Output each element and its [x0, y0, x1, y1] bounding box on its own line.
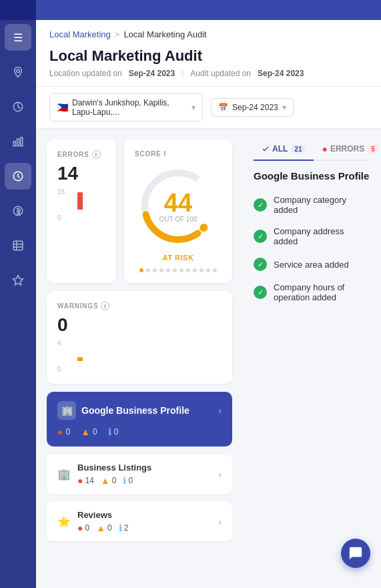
errors-info-icon[interactable]: i: [92, 150, 101, 159]
errors-bar-area: [77, 191, 105, 210]
toolbar: 🇵🇭 Darwin's Junkshop, Kapilis, Lapu-Lapu…: [36, 87, 381, 129]
location-chevron-icon: ▾: [192, 103, 196, 112]
tab-all[interactable]: ALL 21: [254, 138, 314, 161]
main-content: Local Marketing > Local Marketing Audit …: [36, 0, 381, 588]
errors-bar: [77, 192, 83, 210]
rev-error-icon: ●: [77, 523, 83, 533]
dot-5: [166, 268, 170, 272]
bl-info-count: 0: [128, 476, 133, 485]
location-update-date: Sep-24 2023: [129, 69, 175, 78]
location-select[interactable]: 🇵🇭 Darwin's Junkshop, Kapilis, Lapu-Lapu…: [49, 93, 203, 121]
tab-errors-label: ERRORS: [330, 144, 364, 154]
warnings-card: WARNINGS i 0 4 0: [47, 291, 232, 384]
rev-info-count: 2: [124, 523, 129, 533]
selected-date: Sep-24 2023: [232, 103, 278, 112]
check-icon-1: ✓: [254, 198, 267, 212]
business-listings-stats: ● 14 ▲ 0 ℹ 0: [77, 475, 151, 486]
business-listings-title: Business Listings: [77, 463, 151, 473]
business-listings-item[interactable]: 🏢 Business Listings ● 14 ▲ 0: [47, 455, 232, 494]
rev-error-stat: ● 0: [77, 523, 89, 533]
dot-4: [159, 268, 163, 272]
tabs: ALL 21 ● ERRORS 5 ▲: [254, 138, 370, 161]
gbp-title-row: 🏢 Google Business Profile: [57, 401, 189, 420]
sidebar: ☰: [0, 0, 36, 588]
gbp-stat-error: ● 0: [57, 426, 70, 437]
svg-rect-4: [21, 137, 23, 146]
rev-error-count: 0: [85, 523, 89, 533]
warnings-value: 0: [57, 314, 222, 336]
errors-mini-chart: 16 0: [57, 188, 105, 222]
tab-errors-icon: ●: [322, 143, 327, 154]
gbp-title: Google Business Profile: [81, 405, 189, 416]
reviews-left: ⭐ Reviews ● 0 ▲ 0: [57, 510, 128, 533]
bl-warning-stat: ▲ 0: [101, 475, 117, 486]
check-label-2: Company address added: [274, 226, 370, 246]
errors-card: ERRORS i 14 16 0: [47, 139, 116, 283]
business-listings-icon: 🏢: [57, 468, 71, 481]
bl-error-icon: ●: [77, 475, 83, 486]
sidebar-icon-star[interactable]: [5, 267, 31, 294]
score-info-icon[interactable]: i: [164, 150, 167, 158]
gbp-icon: 🏢: [57, 401, 76, 420]
dot-2: [146, 268, 150, 272]
check-items-list: ✓ Company category added ✓ Company addre…: [254, 190, 370, 308]
page-meta: Location updated on Sep-24 2023 | Audit …: [49, 69, 368, 78]
rev-info-icon: ℹ: [119, 523, 122, 533]
reviews-item[interactable]: ⭐ Reviews ● 0 ▲ 0: [47, 502, 232, 541]
dot-3: [153, 268, 157, 272]
check-label-1: Company category added: [274, 195, 370, 215]
reviews-title: Reviews: [77, 510, 128, 520]
score-dots: [139, 268, 217, 272]
at-risk-badge: AT RISK: [163, 254, 194, 262]
rev-warning-icon: ▲: [96, 523, 105, 533]
check-label-4: Company hours of operation added: [274, 282, 370, 302]
sidebar-icon-dollar[interactable]: [5, 198, 31, 224]
sidebar-icon-menu[interactable]: ☰: [5, 24, 31, 51]
gbp-card[interactable]: 🏢 Google Business Profile › ● 0 ▲ 0: [47, 392, 232, 447]
location-update-label: Location updated on: [49, 69, 122, 78]
gauge-center: 44 OUT OF 100: [159, 190, 197, 223]
check-label-3: Service area added: [274, 260, 349, 270]
business-listings-left: 🏢 Business Listings ● 14 ▲ 0: [57, 463, 151, 486]
check-icon-2: ✓: [254, 230, 267, 243]
bl-error-stat: ● 14: [77, 475, 94, 486]
top-bar: [36, 0, 381, 20]
errors-value: 14: [57, 163, 105, 184]
dot-1: [139, 268, 143, 272]
business-listings-content: Business Listings ● 14 ▲ 0 ℹ: [77, 463, 151, 486]
sidebar-icon-location[interactable]: [5, 59, 31, 85]
dot-6: [173, 268, 177, 272]
breadcrumb-current: Local Marketing Audit: [123, 29, 206, 39]
sidebar-top-bar: [0, 0, 36, 20]
warnings-label: WARNINGS i: [57, 302, 222, 310]
check-item-1: ✓ Company category added: [254, 190, 370, 221]
bl-info-icon: ℹ: [123, 475, 126, 486]
location-name: Darwin's Junkshop, Kapilis, Lapu-Lapu,..…: [72, 98, 185, 117]
meta-separator: |: [181, 69, 183, 78]
check-item-3: ✓ Service area added: [254, 252, 370, 277]
date-select[interactable]: 📅 Sep-24 2023 ▾: [211, 98, 294, 117]
rev-chevron-icon: ›: [218, 517, 222, 527]
sidebar-icon-table[interactable]: [5, 232, 31, 259]
bl-error-count: 14: [85, 476, 93, 485]
warnings-info-icon[interactable]: i: [101, 302, 109, 310]
chat-button[interactable]: [341, 539, 370, 568]
check-icon-3: ✓: [254, 258, 267, 271]
score-label: SCORE i: [135, 150, 166, 158]
dot-12: [213, 268, 217, 272]
tab-errors[interactable]: ● ERRORS 5: [314, 138, 381, 161]
gbp-warning-icon: ▲: [81, 426, 90, 437]
sidebar-icon-chart[interactable]: [5, 93, 31, 120]
right-panel: ALL 21 ● ERRORS 5 ▲ Google Business Prof…: [243, 129, 381, 588]
bl-chevron-icon: ›: [218, 469, 222, 480]
tab-errors-badge: 5: [367, 145, 379, 154]
gauge-number: 44: [164, 190, 192, 216]
sidebar-icon-clock[interactable]: [5, 163, 31, 190]
audit-update-date: Sep-24 2023: [258, 69, 304, 78]
gauge-out-of: OUT OF 100: [159, 216, 197, 223]
svg-marker-8: [13, 276, 23, 285]
sidebar-icon-bar-chart[interactable]: [5, 128, 31, 155]
breadcrumb-parent[interactable]: Local Marketing: [49, 29, 111, 39]
warnings-axis-bottom: 0: [57, 366, 222, 373]
gbp-info-icon: ℹ: [108, 426, 111, 437]
